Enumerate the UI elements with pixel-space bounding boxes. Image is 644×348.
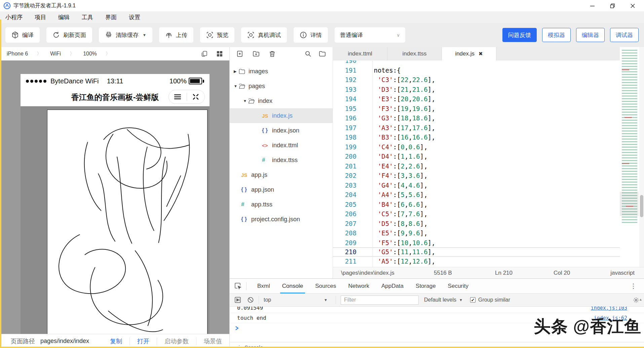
code-editor[interactable]: 190 191 notes:{192 'C3':[22,22.6],193 'D… (333, 61, 620, 267)
editor-scrollbar[interactable] (639, 47, 644, 267)
tree-item-index.ttml[interactable]: <>index.ttml (230, 138, 333, 153)
close-tab-icon[interactable]: ✖ (479, 51, 483, 57)
tree-item-index.js[interactable]: JSindex.js (230, 108, 333, 123)
tree-item-index.ttss[interactable]: #index.ttss (230, 153, 333, 167)
source-link[interactable]: index.js:103 (591, 307, 627, 311)
footer-action-场景值[interactable]: 场景值 (196, 337, 229, 345)
folder-icon[interactable] (319, 50, 326, 57)
minimize-button[interactable] (590, 3, 595, 8)
code-line-203[interactable]: 203 'G4':[4,4.6], (333, 181, 620, 190)
footer-action-复制[interactable]: 复制 (103, 337, 129, 345)
devtools-tab-Bxml[interactable]: Bxml (257, 279, 271, 294)
context-select[interactable]: top ▼ (264, 297, 331, 303)
code-line-201[interactable]: 201 'E4':[2,2.6], (333, 161, 620, 171)
code-line-210[interactable]: 210 'G5':[11,11.6], (333, 247, 620, 257)
devtools-tab-AppData[interactable]: AppData (381, 279, 404, 294)
devtools-menu-icon[interactable]: ⋮ (630, 282, 639, 290)
scroll-up-icon[interactable]: ▲ (639, 298, 642, 301)
devtools-tab-Console[interactable]: Console (281, 279, 304, 294)
code-line-192[interactable]: 192 'C3':[22,22.6], (333, 75, 620, 85)
tree-item-project.config.json[interactable]: { }project.config.json (230, 212, 333, 227)
filter-input[interactable] (341, 296, 419, 305)
devtools-tab-Network[interactable]: Network (348, 279, 370, 294)
debugger-button[interactable]: 调试器 (610, 28, 639, 42)
capsule-menu-icon[interactable] (169, 94, 187, 100)
restore-button[interactable] (610, 3, 615, 8)
code-line-209[interactable]: 209 'F5':[10,10.6], (333, 238, 620, 248)
code-line-200[interactable]: 200 'D4':[1,1.6], (333, 152, 620, 161)
grid-icon[interactable] (217, 51, 223, 57)
editor-tab-index.ttss[interactable]: index.ttss (387, 47, 442, 61)
clear-cache-button[interactable]: 清除缓存▼ (99, 27, 152, 43)
code-line-208[interactable]: 208 'E5':[9,9.6], (333, 228, 620, 238)
devtools-tab-Security[interactable]: Security (447, 279, 469, 294)
code-line-195[interactable]: 195 'F3':[19,19.6], (333, 104, 620, 114)
editor-tab-index.js[interactable]: index.js✖ (442, 47, 496, 61)
simulator-button[interactable]: 模拟器 (542, 28, 571, 42)
device-select[interactable]: iPhone 6 (7, 51, 28, 57)
code-line-197[interactable]: 197 'A3':[17,17.6], (333, 123, 620, 133)
menu-item-小程序[interactable]: 小程序 (5, 13, 23, 21)
chevron-down-icon[interactable]: ▼ (234, 84, 238, 88)
network-select[interactable]: WiFi (50, 51, 61, 57)
code-line-194[interactable]: 194 'E3':[20,20.6], (333, 94, 620, 104)
chevron-down-icon[interactable]: ▼ (243, 99, 248, 103)
capsule-close-icon[interactable] (187, 93, 205, 100)
details-button[interactable]: 详情 (294, 27, 328, 43)
group-similar-checkbox[interactable]: ✓ (470, 297, 476, 303)
menu-item-工具[interactable]: 工具 (82, 13, 93, 21)
editor-tab-index.ttml[interactable]: index.ttml (333, 47, 387, 61)
close-button[interactable] (630, 3, 635, 8)
tree-item-pages[interactable]: ▼pages (230, 79, 333, 93)
main-toolbar: 编译刷新页面清除缓存▼上传预览真机调试详情 普通编译 ∨ 问题反馈模拟器编辑器调… (0, 23, 644, 47)
code-line-190[interactable]: 190 (333, 61, 620, 66)
tree-item-index.json[interactable]: { }index.json (230, 123, 333, 138)
preview-button[interactable]: 预览 (200, 27, 234, 43)
new-folder-icon[interactable] (253, 50, 260, 57)
footer-action-启动参数[interactable]: 启动参数 (157, 337, 196, 345)
code-line-211[interactable]: 211 'A5':[12,12.6], (333, 257, 620, 266)
code-line-196[interactable]: 196 'G3':[18,18.6], (333, 113, 620, 123)
code-line-198[interactable]: 198 'B3':[16,16.6], (333, 132, 620, 142)
code-line-204[interactable]: 204 'A4':[5,5.6], (333, 190, 620, 200)
delete-icon[interactable] (269, 50, 275, 57)
clear-console-icon[interactable] (247, 297, 254, 303)
code-line-193[interactable]: 193 'D3':[21,21.6], (333, 85, 620, 94)
menu-item-编辑[interactable]: 编辑 (58, 13, 70, 21)
settings-gear-icon[interactable] (633, 297, 639, 303)
devtools-tab-Storage[interactable]: Storage (415, 279, 437, 294)
remote-debug-button[interactable]: 真机调试 (241, 27, 287, 43)
code-line-191[interactable]: 191 notes:{ (333, 66, 620, 75)
new-file-icon[interactable] (236, 50, 243, 57)
tree-item-app.ttss[interactable]: #app.ttss (230, 197, 333, 212)
search-icon[interactable] (305, 50, 311, 57)
eager-eval-icon[interactable] (234, 297, 241, 303)
copy-icon[interactable] (201, 50, 208, 57)
chevron-right-icon[interactable]: ▶ (234, 69, 238, 74)
log-levels-select[interactable]: Default levels ▼ (424, 297, 463, 303)
refresh-page-button[interactable]: 刷新页面 (46, 27, 92, 43)
footer-action-打开[interactable]: 打开 (129, 337, 157, 345)
drawing-canvas[interactable] (47, 110, 207, 335)
editor-button[interactable]: 编辑器 (576, 28, 605, 42)
menu-item-项目[interactable]: 项目 (35, 13, 46, 21)
menu-item-界面[interactable]: 界面 (105, 13, 117, 21)
code-line-207[interactable]: 207 'D5':[8,8.6], (333, 219, 620, 229)
scrollbar-thumb[interactable] (640, 195, 643, 217)
tree-item-images[interactable]: ▶images (230, 64, 333, 79)
compile-mode-select[interactable]: 普通编译 ∨ (335, 27, 405, 43)
tree-item-index[interactable]: ▼index (230, 93, 333, 108)
feedback-button[interactable]: 问题反馈 (502, 28, 537, 42)
zoom-select[interactable]: 100% (83, 51, 97, 57)
code-line-199[interactable]: 199 'C4':[0,0.6], (333, 142, 620, 152)
tree-item-app.json[interactable]: { }app.json (230, 182, 333, 197)
code-line-205[interactable]: 205 'B4':[6,6.6], (333, 200, 620, 209)
menu-item-设置[interactable]: 设置 (129, 13, 140, 21)
devtools-tab-Sources[interactable]: Sources (314, 279, 337, 294)
inspect-element-icon[interactable] (234, 282, 241, 289)
upload-button[interactable]: 上传 (159, 27, 193, 43)
tree-item-app.js[interactable]: JSapp.js (230, 167, 333, 182)
compile-button[interactable]: 编译 (5, 27, 40, 43)
code-line-206[interactable]: 206 'C5':[7,7.6], (333, 209, 620, 219)
code-line-202[interactable]: 202 'F4':[3,3.6], (333, 171, 620, 181)
